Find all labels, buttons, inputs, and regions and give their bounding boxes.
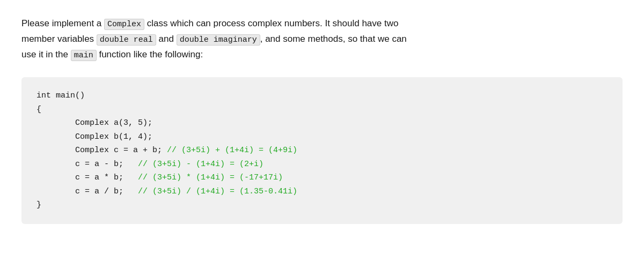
code-line-8-comment: // (3+5i) / (1+4i) = (1.35-0.41i) bbox=[138, 187, 297, 196]
desc-line3b: function like the following: bbox=[97, 49, 203, 59]
description-paragraph: Please implement a Complex class which c… bbox=[21, 16, 623, 62]
code-line-3: Complex a(3, 5); bbox=[36, 116, 608, 130]
double-real-code-inline: double real bbox=[97, 34, 156, 46]
desc-line2b: and bbox=[156, 34, 177, 44]
desc-line2c: , and some methods, so that we can bbox=[260, 34, 407, 44]
desc-line3a: use it in the bbox=[21, 49, 71, 59]
code-line-9: } bbox=[36, 198, 608, 212]
code-line-6: c = a - b; // (3+5i) - (1+4i) = (2+i) bbox=[36, 158, 608, 171]
main-code-inline: main bbox=[71, 50, 97, 61]
code-line-5-pre: Complex c = a + b; bbox=[36, 146, 167, 155]
desc-line1: Please implement a bbox=[21, 18, 104, 28]
code-line-1: int main() bbox=[36, 89, 608, 103]
code-line-7-comment: // (3+5i) * (1+4i) = (-17+17i) bbox=[138, 173, 283, 182]
code-line-5-comment: // (3+5i) + (1+4i) = (4+9i) bbox=[167, 146, 297, 155]
code-line-4: Complex b(1, 4); bbox=[36, 130, 608, 144]
code-line-2: { bbox=[36, 103, 608, 117]
code-line-8: c = a / b; // (3+5i) / (1+4i) = (1.35-0.… bbox=[36, 185, 608, 199]
code-line-7-pre: c = a * b; bbox=[36, 173, 138, 182]
desc-line2a: member variables bbox=[21, 34, 97, 44]
code-block: int main() { Complex a(3, 5); Complex b(… bbox=[21, 77, 623, 224]
desc-line1b: class which can process complex numbers.… bbox=[144, 18, 398, 28]
double-imaginary-code-inline: double imaginary bbox=[177, 34, 260, 46]
code-line-8-pre: c = a / b; bbox=[36, 187, 138, 196]
code-line-5: Complex c = a + b; // (3+5i) + (1+4i) = … bbox=[36, 144, 608, 158]
code-line-7: c = a * b; // (3+5i) * (1+4i) = (-17+17i… bbox=[36, 171, 608, 185]
complex-code-inline: Complex bbox=[104, 19, 144, 30]
code-line-6-comment: // (3+5i) - (1+4i) = (2+i) bbox=[138, 160, 264, 169]
code-line-6-pre: c = a - b; bbox=[36, 160, 138, 169]
